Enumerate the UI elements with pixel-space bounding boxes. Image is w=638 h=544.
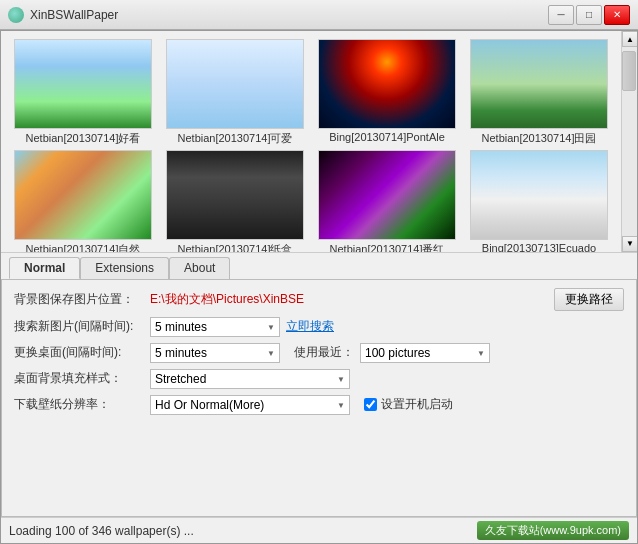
- wallpaper-item[interactable]: Bing[20130714]PontAle: [313, 39, 461, 146]
- recent-select[interactable]: 50 pictures 100 pictures 200 pictures Al…: [360, 343, 490, 363]
- wallpaper-thumb: [318, 150, 456, 240]
- title-bar-left: XinBSWallPaper: [8, 7, 118, 23]
- change-interval-select[interactable]: 5 minutes 10 minutes 15 minutes 30 minut…: [150, 343, 280, 363]
- window-controls: ─ □ ✕: [548, 5, 630, 25]
- change-path-button[interactable]: 更换路径: [554, 288, 624, 311]
- status-badge: 久友下载站(www.9upk.com): [477, 521, 629, 540]
- search-interval-row: 搜索新图片(间隔时间): 5 minutes 10 minutes 15 min…: [14, 317, 624, 337]
- startup-checkbox[interactable]: [364, 398, 377, 411]
- main-window: Netbian[20130714]好看Netbian[20130714]可爱Bi…: [0, 30, 638, 544]
- app-icon: [8, 7, 24, 23]
- tab-about[interactable]: About: [169, 257, 230, 279]
- wallpaper-label: Netbian[20130714]番红: [318, 242, 456, 252]
- fill-style-select-wrapper: Stretched Centered Tiled Fit Fill: [150, 369, 350, 389]
- wallpaper-item[interactable]: Netbian[20130714]好看: [9, 39, 157, 146]
- wallpaper-label: Netbian[20130714]好看: [14, 131, 152, 146]
- save-path-label: 背景图保存图片位置：: [14, 291, 144, 308]
- wallpaper-label: Bing[20130713]Ecuado: [470, 242, 608, 252]
- wallpaper-section: Netbian[20130714]好看Netbian[20130714]可爱Bi…: [1, 31, 637, 252]
- startup-checkbox-row: 设置开机启动: [364, 396, 453, 413]
- change-interval-label: 更换桌面(间隔时间):: [14, 344, 144, 361]
- wallpaper-label: Netbian[20130714]自然: [14, 242, 152, 252]
- wallpaper-thumb: [166, 39, 304, 129]
- save-path-value: E:\我的文档\Pictures\XinBSE: [150, 291, 548, 308]
- settings-panel: 背景图保存图片位置： E:\我的文档\Pictures\XinBSE 更换路径 …: [1, 279, 637, 518]
- wallpaper-thumb: [470, 39, 608, 129]
- close-button[interactable]: ✕: [604, 5, 630, 25]
- wallpaper-item[interactable]: Netbian[20130714]可爱: [161, 39, 309, 146]
- wallpaper-thumb: [14, 150, 152, 240]
- fill-style-row: 桌面背景填充样式： Stretched Centered Tiled Fit F…: [14, 369, 624, 389]
- wallpaper-item[interactable]: Netbian[20130714]自然: [9, 150, 157, 252]
- resolution-row: 下载壁纸分辨率： Hd Or Normal(More) Hd Only Norm…: [14, 395, 624, 415]
- scroll-up-button[interactable]: ▲: [622, 31, 637, 47]
- wallpaper-thumb: [166, 150, 304, 240]
- status-bar: Loading 100 of 346 wallpaper(s) ... 久友下载…: [1, 517, 637, 543]
- fill-style-select[interactable]: Stretched Centered Tiled Fit Fill: [150, 369, 350, 389]
- wallpaper-item[interactable]: Netbian[20130714]田园: [465, 39, 613, 146]
- startup-label: 设置开机启动: [381, 396, 453, 413]
- save-path-row: 背景图保存图片位置： E:\我的文档\Pictures\XinBSE 更换路径: [14, 288, 624, 311]
- tabs-row: NormalExtensionsAbout: [9, 257, 629, 279]
- title-bar: XinBSWallPaper ─ □ ✕: [0, 0, 638, 30]
- wallpaper-item[interactable]: Bing[20130713]Ecuado: [465, 150, 613, 252]
- resolution-select-wrapper: Hd Or Normal(More) Hd Only Normal Only: [150, 395, 350, 415]
- change-interval-select-wrapper: 5 minutes 10 minutes 15 minutes 30 minut…: [150, 343, 280, 363]
- wallpaper-thumb: [318, 39, 456, 129]
- fill-style-label: 桌面背景填充样式：: [14, 370, 144, 387]
- wallpaper-label: Netbian[20130714]纸盒: [166, 242, 304, 252]
- search-now-link[interactable]: 立即搜索: [286, 318, 334, 335]
- scroll-track[interactable]: [622, 47, 637, 236]
- search-interval-select[interactable]: 5 minutes 10 minutes 15 minutes 30 minut…: [150, 317, 280, 337]
- scrollbar: ▲ ▼: [621, 31, 637, 252]
- search-interval-label: 搜索新图片(间隔时间):: [14, 318, 144, 335]
- scroll-down-button[interactable]: ▼: [622, 236, 637, 252]
- wallpaper-item[interactable]: Netbian[20130714]番红: [313, 150, 461, 252]
- wallpaper-thumb: [14, 39, 152, 129]
- wallpaper-label: Netbian[20130714]可爱: [166, 131, 304, 146]
- window-title: XinBSWallPaper: [30, 8, 118, 22]
- tab-normal[interactable]: Normal: [9, 257, 80, 279]
- resolution-label: 下载壁纸分辨率：: [14, 396, 144, 413]
- wallpaper-label: Netbian[20130714]田园: [470, 131, 608, 146]
- status-text: Loading 100 of 346 wallpaper(s) ...: [9, 524, 194, 538]
- resolution-select[interactable]: Hd Or Normal(More) Hd Only Normal Only: [150, 395, 350, 415]
- tabs-section: NormalExtensionsAbout: [1, 252, 637, 279]
- maximize-button[interactable]: □: [576, 5, 602, 25]
- recent-label: 使用最近：: [294, 344, 354, 361]
- wallpaper-label: Bing[20130714]PontAle: [318, 131, 456, 143]
- search-interval-select-wrapper: 5 minutes 10 minutes 15 minutes 30 minut…: [150, 317, 280, 337]
- change-interval-row: 更换桌面(间隔时间): 5 minutes 10 minutes 15 minu…: [14, 343, 624, 363]
- recent-select-wrapper: 50 pictures 100 pictures 200 pictures Al…: [360, 343, 490, 363]
- tab-extensions[interactable]: Extensions: [80, 257, 169, 279]
- wallpaper-thumb: [470, 150, 608, 240]
- scroll-thumb[interactable]: [622, 51, 636, 91]
- wallpaper-item[interactable]: Netbian[20130714]纸盒: [161, 150, 309, 252]
- minimize-button[interactable]: ─: [548, 5, 574, 25]
- wallpaper-grid: Netbian[20130714]好看Netbian[20130714]可爱Bi…: [1, 31, 621, 252]
